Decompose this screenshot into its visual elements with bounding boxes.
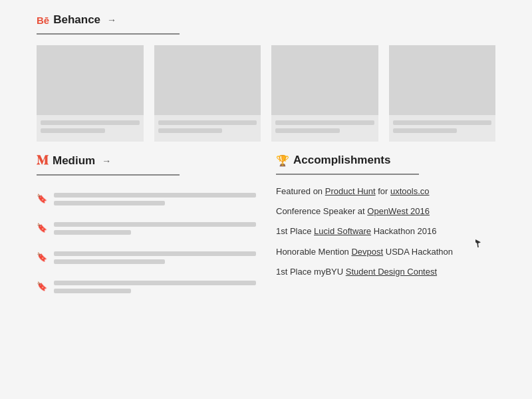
portfolio-image [154,45,261,115]
medium-line [54,201,165,205]
portfolio-card[interactable] [389,45,496,142]
portfolio-line [275,120,374,125]
portfolio-line-short [41,128,105,133]
medium-item[interactable]: 🔖 [37,186,256,215]
accomplishments-list: Featured on Product Hunt for uxtools.co … [276,186,495,278]
accomplishments-title: Accomplishments [293,154,390,167]
medium-line [54,281,256,285]
medium-line [54,193,256,198]
bookmark-icon: 🔖 [37,194,47,203]
portfolio-lines [389,115,496,142]
list-item: Honorable Mention Devpost USDA Hackathon [276,246,495,258]
uxtools-link[interactable]: uxtools.co [390,186,430,196]
medium-title: Medium [53,154,95,168]
medium-line [54,289,131,293]
behance-arrow[interactable]: → [107,15,116,25]
medium-lines [54,281,256,297]
portfolio-card[interactable] [271,45,378,142]
medium-icon [37,154,49,168]
accomplishments-divider [276,174,419,175]
bookmark-icon: 🔖 [37,281,47,291]
portfolio-image [37,45,144,115]
student-design-link[interactable]: Student Design Contest [346,267,437,277]
list-item: Conference Speaker at OpenWest 2016 [276,205,495,217]
devpost-link[interactable]: Devpost [351,247,383,257]
medium-line [54,251,256,256]
portfolio-line [393,120,492,125]
medium-divider [37,174,180,176]
portfolio-lines [154,115,261,142]
medium-lines [54,193,256,209]
portfolio-grid [37,45,495,142]
medium-line [54,222,256,227]
behance-title: Behance [53,13,100,27]
bookmark-icon: 🔖 [37,252,47,262]
portfolio-line-short [275,128,340,133]
list-item: Featured on Product Hunt for uxtools.co [276,186,495,198]
trophy-icon: 🏆 [276,154,289,167]
portfolio-image [389,45,496,115]
accomplishments-section: 🏆 Accomplishments Featured on Product Hu… [276,154,495,303]
lucid-software-link[interactable]: Lucid Software [314,226,371,236]
product-hunt-link[interactable]: Product Hunt [325,186,376,196]
medium-line [54,230,131,235]
medium-lines [54,251,256,267]
medium-items: 🔖 🔖 🔖 [37,186,256,303]
medium-item[interactable]: 🔖 [37,215,256,245]
portfolio-lines [271,115,378,142]
behance-divider [37,33,180,35]
medium-item[interactable]: 🔖 [37,245,256,274]
portfolio-line-short [158,128,223,133]
portfolio-image [271,45,378,115]
list-item: 1st Place Lucid Software Hackathon 2016 [276,225,495,237]
portfolio-card[interactable] [37,45,144,142]
medium-header: Medium → [37,154,256,168]
bookmark-icon: 🔖 [37,223,47,233]
behance-icon: Bē [37,15,49,26]
portfolio-line [158,120,257,125]
accomplishments-header: 🏆 Accomplishments [276,154,495,167]
medium-item[interactable]: 🔖 [37,274,256,303]
list-item: 1st Place myBYU Student Design Contest [276,266,495,278]
portfolio-line [41,120,140,125]
medium-lines [54,222,256,238]
medium-section: Medium → 🔖 🔖 [37,154,256,303]
portfolio-line-short [393,128,458,133]
portfolio-lines [37,115,144,142]
medium-arrow[interactable]: → [102,156,111,166]
behance-section-header: Bē Behance → [37,13,495,27]
bottom-sections: Medium → 🔖 🔖 [37,154,495,303]
openwest-link[interactable]: OpenWest 2016 [367,206,430,216]
portfolio-card[interactable] [154,45,261,142]
medium-line [54,259,165,264]
